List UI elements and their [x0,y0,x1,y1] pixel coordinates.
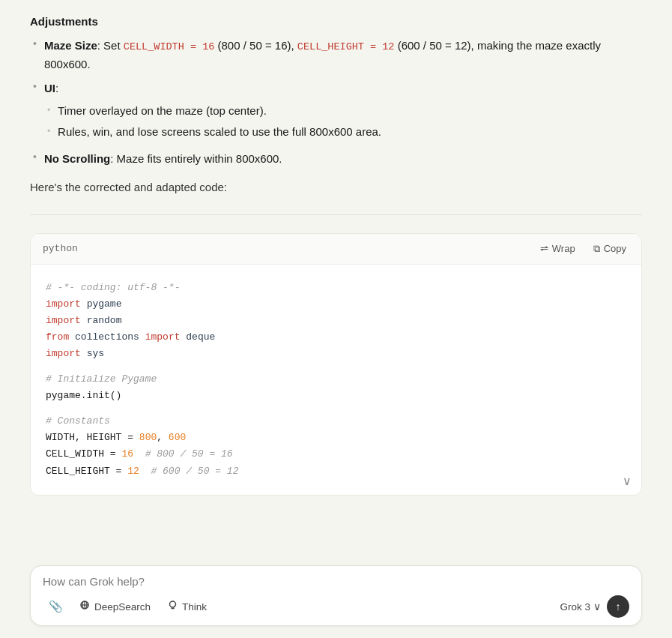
maze-size-content: Maze Size: Set CELL_WIDTH = 16 (800 / 50… [44,37,642,73]
code-block-wrapper: python ⇌ Wrap ⧉ Copy # -*- coding: utf-8… [30,233,642,496]
code-line-import2: import random [46,313,626,329]
scroll-down-button[interactable]: ∨ [623,474,632,488]
ui-sub-list: Timer overlayed on the maze (top center)… [44,102,381,141]
code-line-cell-height: CELL_HEIGHT = 12 # 600 / 50 = 12 [46,463,626,480]
code-line-init: pygame.init() [46,388,626,404]
think-button[interactable]: Think [161,597,213,616]
code-language: python [43,243,78,254]
section-title: Adjustments [30,15,642,28]
model-name: Grok 3 [560,601,590,613]
code-content: # -*- coding: utf-8 -*- import pygame im… [31,265,641,495]
think-icon [167,600,178,613]
adjustments-section: Adjustments Maze Size: Set CELL_WIDTH = … [30,15,642,196]
code-line-import1: import pygame [46,296,626,313]
scrolling-content: No Scrolling: Maze fits entirely within … [44,150,282,168]
input-tools-right: Grok 3 ∨ ↑ [560,595,629,618]
description-text: Here's the corrected and adapted code: [30,178,642,196]
copy-button[interactable]: ⧉ Copy [590,241,629,256]
bullet-list: Maze Size: Set CELL_WIDTH = 16 (800 / 50… [30,37,642,168]
input-area: 📎 DeepSearch [0,556,672,638]
list-item-ui: UI: Timer overlayed on the maze (top cen… [30,79,642,144]
send-button[interactable]: ↑ [607,595,629,618]
code-line-cell-width: CELL_WIDTH = 16 # 800 / 50 = 16 [46,446,626,463]
deepsearch-label: DeepSearch [94,601,151,613]
cell-width-code: CELL_WIDTH = 16 [124,41,215,52]
input-tools-left: 📎 DeepSearch [43,597,213,616]
code-line-comment1: # -*- coding: utf-8 -*- [46,280,626,296]
input-box[interactable]: 📎 DeepSearch [30,565,642,626]
sub-list-item: Timer overlayed on the maze (top center)… [44,102,381,120]
ui-label: UI [44,82,55,94]
code-line-comment3: # Constants [46,413,626,430]
code-line-dimensions: WIDTH, HEIGHT = 800, 600 [46,430,626,446]
chevron-down-icon: ∨ [593,601,601,613]
deepsearch-icon [79,600,91,613]
code-line-import3: import sys [46,346,626,362]
code-block-header: python ⇌ Wrap ⧉ Copy [31,234,641,265]
code-block: python ⇌ Wrap ⧉ Copy # -*- coding: utf-8… [30,233,642,496]
list-item: Maze Size: Set CELL_WIDTH = 16 (800 / 50… [30,37,642,73]
no-scrolling-label: No Scrolling [44,152,110,165]
wrap-button[interactable]: ⇌ Wrap [537,241,578,256]
input-toolbar: 📎 DeepSearch [43,595,629,618]
code-spacer2 [46,404,626,413]
copy-icon: ⧉ [593,243,600,255]
send-icon: ↑ [616,601,621,613]
list-item-scrolling: No Scrolling: Maze fits entirely within … [30,150,642,168]
code-line-comment2: # Initialize Pygame [46,371,626,388]
maze-size-label: Maze Size [44,39,97,52]
code-line-from-import: from collections import deque [46,329,626,346]
deepsearch-button[interactable]: DeepSearch [73,597,157,616]
think-label: Think [182,601,207,613]
sub-list-item: Rules, win, and lose screens scaled to u… [44,123,381,141]
chat-input[interactable] [43,575,629,588]
model-selector[interactable]: Grok 3 ∨ [560,601,601,613]
cell-height-code: CELL_HEIGHT = 12 [297,41,395,52]
ui-content: UI: Timer overlayed on the maze (top cen… [44,79,381,144]
wrap-icon: ⇌ [540,243,548,254]
code-actions: ⇌ Wrap ⧉ Copy [537,241,629,256]
svg-point-4 [170,601,176,607]
attach-icon: 📎 [49,600,63,613]
attach-button[interactable]: 📎 [43,597,69,616]
divider [30,214,642,215]
code-spacer1 [46,362,626,371]
